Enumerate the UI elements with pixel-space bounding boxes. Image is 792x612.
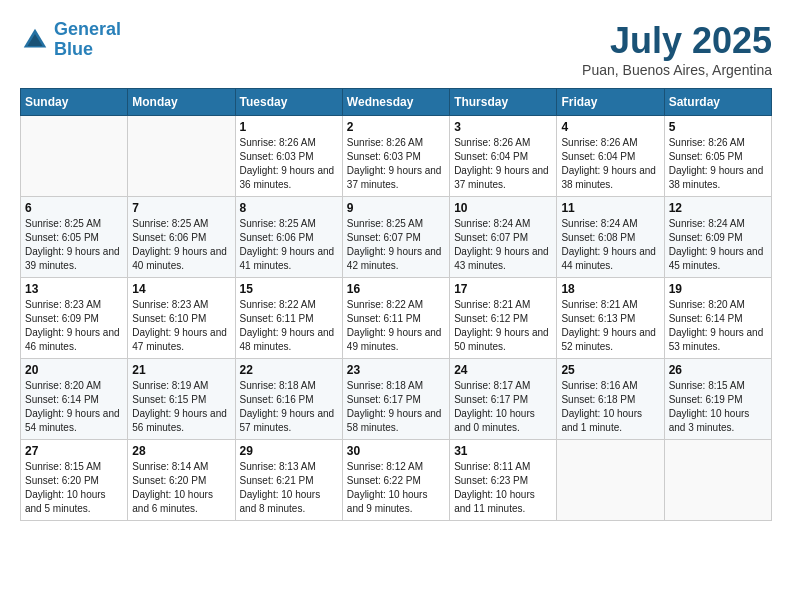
day-number: 2 — [347, 120, 445, 134]
day-detail: Sunrise: 8:24 AM Sunset: 6:07 PM Dayligh… — [454, 217, 552, 273]
calendar-cell: 20Sunrise: 8:20 AM Sunset: 6:14 PM Dayli… — [21, 359, 128, 440]
calendar-cell: 24Sunrise: 8:17 AM Sunset: 6:17 PM Dayli… — [450, 359, 557, 440]
calendar-cell: 23Sunrise: 8:18 AM Sunset: 6:17 PM Dayli… — [342, 359, 449, 440]
day-detail: Sunrise: 8:25 AM Sunset: 6:07 PM Dayligh… — [347, 217, 445, 273]
day-detail: Sunrise: 8:21 AM Sunset: 6:13 PM Dayligh… — [561, 298, 659, 354]
column-header-wednesday: Wednesday — [342, 89, 449, 116]
logo-line2: Blue — [54, 39, 93, 59]
day-number: 20 — [25, 363, 123, 377]
day-detail: Sunrise: 8:26 AM Sunset: 6:05 PM Dayligh… — [669, 136, 767, 192]
column-header-thursday: Thursday — [450, 89, 557, 116]
day-number: 30 — [347, 444, 445, 458]
month-title: July 2025 — [582, 20, 772, 62]
calendar-cell: 14Sunrise: 8:23 AM Sunset: 6:10 PM Dayli… — [128, 278, 235, 359]
calendar-cell: 2Sunrise: 8:26 AM Sunset: 6:03 PM Daylig… — [342, 116, 449, 197]
day-number: 19 — [669, 282, 767, 296]
calendar-cell: 11Sunrise: 8:24 AM Sunset: 6:08 PM Dayli… — [557, 197, 664, 278]
day-detail: Sunrise: 8:19 AM Sunset: 6:15 PM Dayligh… — [132, 379, 230, 435]
day-detail: Sunrise: 8:12 AM Sunset: 6:22 PM Dayligh… — [347, 460, 445, 516]
day-detail: Sunrise: 8:24 AM Sunset: 6:09 PM Dayligh… — [669, 217, 767, 273]
calendar-cell — [128, 116, 235, 197]
day-number: 21 — [132, 363, 230, 377]
day-number: 1 — [240, 120, 338, 134]
calendar-week-row: 6Sunrise: 8:25 AM Sunset: 6:05 PM Daylig… — [21, 197, 772, 278]
calendar-cell: 27Sunrise: 8:15 AM Sunset: 6:20 PM Dayli… — [21, 440, 128, 521]
calendar-cell: 8Sunrise: 8:25 AM Sunset: 6:06 PM Daylig… — [235, 197, 342, 278]
logo: General Blue — [20, 20, 121, 60]
day-detail: Sunrise: 8:24 AM Sunset: 6:08 PM Dayligh… — [561, 217, 659, 273]
calendar-cell: 18Sunrise: 8:21 AM Sunset: 6:13 PM Dayli… — [557, 278, 664, 359]
day-number: 12 — [669, 201, 767, 215]
logo-line1: General — [54, 19, 121, 39]
day-number: 15 — [240, 282, 338, 296]
calendar-cell: 22Sunrise: 8:18 AM Sunset: 6:16 PM Dayli… — [235, 359, 342, 440]
day-detail: Sunrise: 8:15 AM Sunset: 6:20 PM Dayligh… — [25, 460, 123, 516]
column-header-tuesday: Tuesday — [235, 89, 342, 116]
day-detail: Sunrise: 8:18 AM Sunset: 6:17 PM Dayligh… — [347, 379, 445, 435]
day-detail: Sunrise: 8:26 AM Sunset: 6:04 PM Dayligh… — [561, 136, 659, 192]
calendar-cell: 31Sunrise: 8:11 AM Sunset: 6:23 PM Dayli… — [450, 440, 557, 521]
calendar-cell: 6Sunrise: 8:25 AM Sunset: 6:05 PM Daylig… — [21, 197, 128, 278]
day-detail: Sunrise: 8:25 AM Sunset: 6:05 PM Dayligh… — [25, 217, 123, 273]
calendar-cell: 13Sunrise: 8:23 AM Sunset: 6:09 PM Dayli… — [21, 278, 128, 359]
day-number: 18 — [561, 282, 659, 296]
calendar-cell: 9Sunrise: 8:25 AM Sunset: 6:07 PM Daylig… — [342, 197, 449, 278]
day-number: 3 — [454, 120, 552, 134]
day-number: 17 — [454, 282, 552, 296]
day-number: 8 — [240, 201, 338, 215]
day-detail: Sunrise: 8:20 AM Sunset: 6:14 PM Dayligh… — [669, 298, 767, 354]
day-number: 10 — [454, 201, 552, 215]
day-detail: Sunrise: 8:15 AM Sunset: 6:19 PM Dayligh… — [669, 379, 767, 435]
day-detail: Sunrise: 8:26 AM Sunset: 6:03 PM Dayligh… — [347, 136, 445, 192]
column-header-saturday: Saturday — [664, 89, 771, 116]
calendar-cell: 29Sunrise: 8:13 AM Sunset: 6:21 PM Dayli… — [235, 440, 342, 521]
calendar-cell: 30Sunrise: 8:12 AM Sunset: 6:22 PM Dayli… — [342, 440, 449, 521]
column-header-monday: Monday — [128, 89, 235, 116]
calendar-cell: 19Sunrise: 8:20 AM Sunset: 6:14 PM Dayli… — [664, 278, 771, 359]
day-number: 23 — [347, 363, 445, 377]
day-detail: Sunrise: 8:21 AM Sunset: 6:12 PM Dayligh… — [454, 298, 552, 354]
day-detail: Sunrise: 8:16 AM Sunset: 6:18 PM Dayligh… — [561, 379, 659, 435]
day-number: 29 — [240, 444, 338, 458]
calendar-cell: 12Sunrise: 8:24 AM Sunset: 6:09 PM Dayli… — [664, 197, 771, 278]
location: Puan, Buenos Aires, Argentina — [582, 62, 772, 78]
calendar-week-row: 1Sunrise: 8:26 AM Sunset: 6:03 PM Daylig… — [21, 116, 772, 197]
day-number: 9 — [347, 201, 445, 215]
day-number: 11 — [561, 201, 659, 215]
day-number: 13 — [25, 282, 123, 296]
calendar-week-row: 13Sunrise: 8:23 AM Sunset: 6:09 PM Dayli… — [21, 278, 772, 359]
day-number: 5 — [669, 120, 767, 134]
day-detail: Sunrise: 8:22 AM Sunset: 6:11 PM Dayligh… — [347, 298, 445, 354]
logo-text: General Blue — [54, 20, 121, 60]
column-header-friday: Friday — [557, 89, 664, 116]
day-detail: Sunrise: 8:14 AM Sunset: 6:20 PM Dayligh… — [132, 460, 230, 516]
calendar-cell: 21Sunrise: 8:19 AM Sunset: 6:15 PM Dayli… — [128, 359, 235, 440]
day-number: 14 — [132, 282, 230, 296]
day-detail: Sunrise: 8:25 AM Sunset: 6:06 PM Dayligh… — [240, 217, 338, 273]
day-number: 25 — [561, 363, 659, 377]
day-detail: Sunrise: 8:23 AM Sunset: 6:10 PM Dayligh… — [132, 298, 230, 354]
calendar-cell: 28Sunrise: 8:14 AM Sunset: 6:20 PM Dayli… — [128, 440, 235, 521]
day-number: 28 — [132, 444, 230, 458]
calendar-header-row: SundayMondayTuesdayWednesdayThursdayFrid… — [21, 89, 772, 116]
day-number: 16 — [347, 282, 445, 296]
calendar-cell — [557, 440, 664, 521]
title-block: July 2025 Puan, Buenos Aires, Argentina — [582, 20, 772, 78]
day-number: 24 — [454, 363, 552, 377]
calendar-cell: 17Sunrise: 8:21 AM Sunset: 6:12 PM Dayli… — [450, 278, 557, 359]
calendar-cell — [664, 440, 771, 521]
calendar-table: SundayMondayTuesdayWednesdayThursdayFrid… — [20, 88, 772, 521]
logo-icon — [20, 25, 50, 55]
day-number: 31 — [454, 444, 552, 458]
day-number: 7 — [132, 201, 230, 215]
calendar-cell — [21, 116, 128, 197]
calendar-cell: 25Sunrise: 8:16 AM Sunset: 6:18 PM Dayli… — [557, 359, 664, 440]
calendar-week-row: 27Sunrise: 8:15 AM Sunset: 6:20 PM Dayli… — [21, 440, 772, 521]
day-detail: Sunrise: 8:17 AM Sunset: 6:17 PM Dayligh… — [454, 379, 552, 435]
calendar-cell: 16Sunrise: 8:22 AM Sunset: 6:11 PM Dayli… — [342, 278, 449, 359]
calendar-cell: 3Sunrise: 8:26 AM Sunset: 6:04 PM Daylig… — [450, 116, 557, 197]
calendar-cell: 5Sunrise: 8:26 AM Sunset: 6:05 PM Daylig… — [664, 116, 771, 197]
day-detail: Sunrise: 8:13 AM Sunset: 6:21 PM Dayligh… — [240, 460, 338, 516]
day-detail: Sunrise: 8:25 AM Sunset: 6:06 PM Dayligh… — [132, 217, 230, 273]
day-number: 26 — [669, 363, 767, 377]
